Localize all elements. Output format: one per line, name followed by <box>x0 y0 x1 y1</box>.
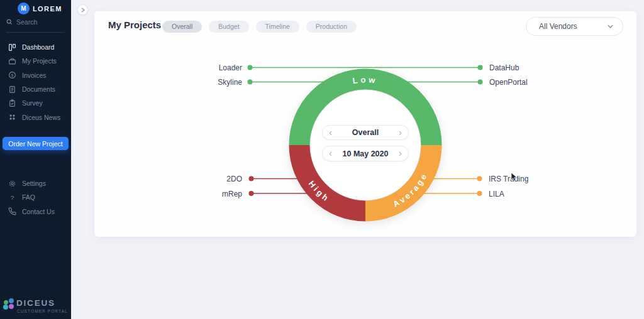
page-title: My Projects <box>108 19 161 30</box>
tab-timeline[interactable]: Timeline <box>256 21 299 33</box>
callout-label-mrep: mRep <box>179 190 242 198</box>
brand-name: LOREM <box>33 5 62 13</box>
vendor-filter-select[interactable]: All Vendors <box>526 17 623 36</box>
order-new-project-button[interactable]: Order New Project <box>3 137 69 150</box>
sidebar-item-dashboard[interactable]: Dashboard <box>0 40 71 54</box>
dashboard-icon <box>8 43 16 51</box>
tab-production[interactable]: Production <box>306 21 357 33</box>
briefcase-icon <box>8 57 16 65</box>
callout-label-openportal: OpenPortal <box>489 78 528 87</box>
diceus-brand-subtitle: CUSTOMER PORTAL <box>17 309 68 313</box>
chevron-down-icon <box>608 24 613 28</box>
question-icon: ? <box>8 193 16 202</box>
callout-label-datahub: DataHub <box>489 63 519 72</box>
chevron-right-icon <box>81 8 85 13</box>
chevron-left-icon[interactable]: ‹ <box>329 148 332 158</box>
sidebar-item-my-projects[interactable]: My Projects <box>0 54 71 68</box>
callout-label-loader: Loader <box>179 63 242 72</box>
sidebar-item-faq[interactable]: ? FAQ <box>0 190 71 204</box>
svg-text:?: ? <box>11 194 14 201</box>
invoices-icon: $ <box>8 71 16 79</box>
callout-label-skyline: Skyline <box>179 78 242 87</box>
sidebar-item-label: FAQ <box>22 193 35 201</box>
tab-bar: Overall Budget Timeline Production <box>162 21 357 33</box>
projects-card <box>94 11 636 237</box>
sidebar: M LOREM Search Dashboard My Projects $ I… <box>0 0 71 319</box>
survey-icon <box>8 99 16 107</box>
callout-label-irs-trading: IRS Trading <box>489 175 528 183</box>
date-switcher: ‹ 10 May 2020 › <box>322 146 409 161</box>
sidebar-item-label: Diceus News <box>22 114 60 121</box>
mouse-cursor <box>511 173 518 181</box>
svg-text:$: $ <box>11 73 14 77</box>
brand-logo-icon: M <box>18 3 30 14</box>
sidebar-item-label: Settings <box>22 180 46 187</box>
sidebar-item-diceus-news[interactable]: Diceus News <box>0 110 71 124</box>
vendor-filter-value: All Vendors <box>539 22 608 31</box>
search-icon <box>6 19 13 25</box>
sidebar-item-documents[interactable]: Documents <box>0 82 71 96</box>
metric-value: Overall <box>352 128 379 137</box>
callout-label-lila: LILA <box>489 190 504 198</box>
app-logo: M LOREM <box>18 3 62 14</box>
sidebar-collapse-button[interactable] <box>77 4 88 15</box>
date-value: 10 May 2020 <box>343 149 389 158</box>
app-window: M LOREM Search Dashboard My Projects $ I… <box>0 0 644 319</box>
sidebar-nav: Dashboard My Projects $ Invoices Documen… <box>0 40 71 124</box>
gear-icon <box>8 180 16 188</box>
diceus-logo-icon <box>3 298 14 310</box>
news-icon <box>8 113 16 121</box>
sidebar-item-label: My Projects <box>22 57 57 65</box>
search-placeholder: Search <box>16 18 37 26</box>
sidebar-item-label: Survey <box>22 99 43 107</box>
search-input[interactable]: Search <box>6 22 65 33</box>
documents-icon <box>8 85 16 94</box>
sidebar-item-contact-us[interactable]: Contact Us <box>0 205 71 219</box>
chevron-left-icon[interactable]: ‹ <box>329 127 332 137</box>
diceus-brand-name: DICEUS <box>16 298 55 308</box>
tab-overall[interactable]: Overall <box>162 21 202 33</box>
sidebar-item-invoices[interactable]: $ Invoices <box>0 68 71 82</box>
metric-switcher: ‹ Overall › <box>322 125 409 140</box>
sidebar-item-label: Contact Us <box>22 208 55 215</box>
tab-budget[interactable]: Budget <box>209 21 248 33</box>
sidebar-item-label: Dashboard <box>22 43 54 51</box>
callout-label-2do: 2DO <box>179 175 242 183</box>
sidebar-item-label: Documents <box>22 85 55 93</box>
phone-icon <box>8 207 16 215</box>
sidebar-item-survey[interactable]: Survey <box>0 96 71 110</box>
sidebar-item-label: Invoices <box>22 72 47 79</box>
chevron-right-icon[interactable]: › <box>399 127 402 137</box>
sidebar-footer-nav: Settings ? FAQ Contact Us <box>0 176 71 219</box>
sidebar-item-settings[interactable]: Settings <box>0 176 71 190</box>
chevron-right-icon[interactable]: › <box>399 148 402 158</box>
